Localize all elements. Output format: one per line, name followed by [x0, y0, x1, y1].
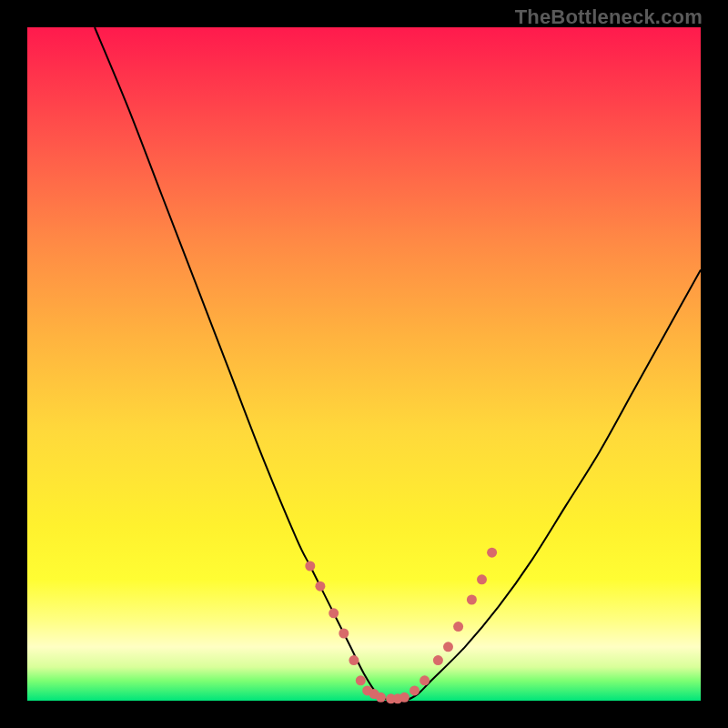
highlight-dot — [305, 561, 315, 571]
highlight-dot — [399, 693, 410, 703]
highlight-dot — [329, 608, 339, 618]
highlight-dot — [376, 693, 386, 703]
highlight-dot — [349, 655, 359, 665]
highlight-dot — [420, 675, 430, 685]
highlight-dot — [339, 629, 349, 639]
highlight-dot — [410, 685, 420, 695]
chart-gradient-area — [27, 27, 701, 701]
highlight-dot — [477, 574, 487, 584]
highlight-dot — [433, 655, 443, 665]
chart-svg — [27, 27, 701, 701]
highlight-dot — [453, 622, 463, 632]
bottleneck-curve — [95, 27, 701, 702]
highlight-dot — [487, 548, 497, 558]
highlight-dot — [356, 675, 366, 685]
watermark-text: TheBottleneck.com — [515, 5, 703, 29]
highlight-dots-group — [305, 548, 497, 704]
highlight-dot — [467, 595, 477, 605]
highlight-dot — [315, 581, 325, 592]
highlight-dot — [443, 642, 453, 652]
